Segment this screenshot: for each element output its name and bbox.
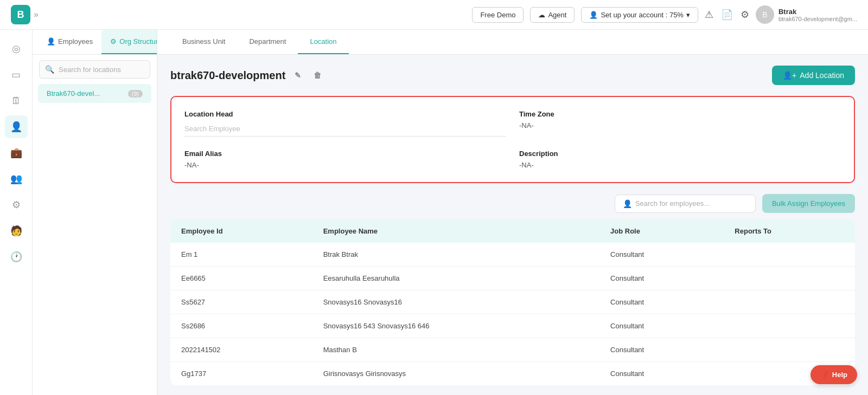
location-head-label: Location Head	[184, 110, 506, 118]
chevron-down-icon: ▾	[686, 11, 690, 19]
cell-employee-name: Btrak Btrak	[312, 243, 599, 267]
location-head-input[interactable]	[184, 121, 506, 137]
settings-icon: ⚙	[12, 199, 21, 211]
cell-employee-name: Snovasys16 Snovasys16	[312, 290, 599, 314]
sidebar-item-briefcase[interactable]: 💼	[5, 141, 28, 164]
sub-tab-business-unit[interactable]: Business Unit	[170, 30, 237, 54]
employees-header: 👤 Bulk Assign Employees	[170, 194, 855, 213]
sub-tab-bar: Business Unit Department Location	[157, 30, 868, 55]
document-icon[interactable]: 📄	[721, 9, 733, 21]
employee-search-input[interactable]	[635, 199, 748, 208]
sidebar-item-dashboard[interactable]: ◎	[5, 37, 28, 60]
cell-employee-id: Ss5627	[170, 290, 312, 314]
email-alias-group: Email Alias -NA-	[184, 150, 506, 169]
col-job-role: Job Role	[599, 219, 724, 243]
location-search-box[interactable]: 🔍	[39, 60, 150, 79]
main-layout: ◎ ▭ 🗓 👤 💼 👥 ⚙ 🧑 🕐 👤	[0, 30, 868, 395]
setup-label: Set up your account : 75%	[601, 11, 683, 19]
col-employee-id: Employee Id	[170, 219, 312, 243]
cell-job-role: Consultant	[599, 243, 724, 267]
time-zone-label: Time Zone	[519, 110, 841, 118]
cell-job-role: Consultant	[599, 267, 724, 290]
employee-search-box[interactable]: 👤	[615, 195, 756, 213]
bulk-assign-button[interactable]: Bulk Assign Employees	[762, 194, 855, 213]
cloud-icon: ☁	[538, 11, 545, 19]
location-list-item[interactable]: Btrak670-devel... (9)	[38, 84, 151, 103]
nav-chevrons: »	[34, 10, 39, 20]
table-row: Ss5627 Snovasys16 Snovasys16 Consultant	[170, 290, 855, 314]
department-label: Department	[249, 37, 286, 46]
page-title: btrak670-development ✎ 🗑	[170, 68, 324, 82]
tab-employees[interactable]: 👤 Employees	[38, 30, 101, 54]
agent-button[interactable]: ☁ Agent	[530, 7, 575, 23]
employees-table: Employee Id Employee Name Job Role Repor…	[170, 219, 855, 385]
emp-search-icon: 👤	[623, 199, 632, 208]
user-name: Btrak	[778, 8, 857, 16]
briefcase-icon: 💼	[10, 147, 22, 159]
delete-icon[interactable]: 🗑	[310, 68, 324, 82]
location-head-group: Location Head	[184, 110, 506, 137]
sidebar-item-team[interactable]: 👥	[5, 167, 28, 190]
org-tab-label: Org Structure	[119, 37, 157, 46]
main-inner: btrak670-development ✎ 🗑 👤+ Add Location…	[157, 66, 868, 395]
org-icon: ⚙	[110, 37, 117, 46]
topbar: B » Free Demo ☁ Agent 👤 Set up your acco…	[0, 0, 868, 30]
alert-icon[interactable]: ⚠	[705, 9, 713, 21]
sidebar-item-employee[interactable]: 👤	[5, 115, 28, 138]
cell-job-role: Consultant	[599, 314, 724, 338]
sidebar-item-person[interactable]: 🧑	[5, 219, 28, 242]
cell-employee-id: Ee6665	[170, 267, 312, 290]
help-label: Help	[832, 371, 847, 379]
free-demo-button[interactable]: Free Demo	[472, 7, 524, 23]
sidebar-item-calendar[interactable]: 🗓	[5, 89, 28, 112]
table-row: Em 1 Btrak Btrak Consultant	[170, 243, 855, 267]
location-badge: (9)	[128, 90, 143, 98]
location-detail-card: Location Head Time Zone -NA- Email Alias…	[170, 96, 855, 183]
cell-job-role: Consultant	[599, 362, 724, 386]
left-panel: 👤 Employees ⚙ Org Structure 👥 HR Setting…	[33, 30, 157, 395]
table-row: Ee6665 Eesaruhulla Eesaruhulla Consultan…	[170, 267, 855, 290]
sidebar-item-clock[interactable]: 🕐	[5, 245, 28, 268]
help-button[interactable]: ❓ Help	[810, 365, 857, 384]
cell-reports-to	[724, 290, 855, 314]
cell-job-role: Consultant	[599, 338, 724, 362]
main-tab-bar: 👤 Employees ⚙ Org Structure 👥 HR Setting…	[33, 30, 157, 55]
email-alias-label: Email Alias	[184, 150, 506, 158]
topbar-user[interactable]: B Btrak btrak670-development@gm...	[756, 5, 857, 24]
search-icon: 🔍	[45, 65, 54, 74]
app-logo: B	[11, 5, 30, 24]
tab-org-structure[interactable]: ⚙ Org Structure	[101, 30, 157, 54]
table-row: 2022141502 Masthan B Consultant	[170, 338, 855, 362]
table-row: Ss2686 Snovasys16 543 Snovasys16 646 Con…	[170, 314, 855, 338]
table-header: Employee Id Employee Name Job Role Repor…	[170, 219, 855, 243]
sidebar-item-settings[interactable]: ⚙	[5, 193, 28, 216]
add-location-icon: 👤+	[783, 71, 796, 80]
sidebar: ◎ ▭ 🗓 👤 💼 👥 ⚙ 🧑 🕐	[0, 30, 33, 395]
content-header: btrak670-development ✎ 🗑 👤+ Add Location	[170, 66, 855, 85]
business-unit-label: Business Unit	[182, 37, 225, 46]
cell-employee-id: Ss2686	[170, 314, 312, 338]
monitor-icon: ▭	[11, 69, 21, 81]
add-location-button[interactable]: 👤+ Add Location	[772, 66, 855, 85]
email-alias-value: -NA-	[184, 161, 506, 169]
cell-employee-id: Gg1737	[170, 362, 312, 386]
edit-icon[interactable]: ✎	[291, 68, 305, 82]
col-reports-to: Reports To	[724, 219, 855, 243]
detail-grid: Location Head Time Zone -NA- Email Alias…	[184, 110, 841, 169]
dashboard-icon: ◎	[12, 43, 21, 55]
cell-employee-name: Snovasys16 543 Snovasys16 646	[312, 314, 599, 338]
employees-table-wrap: Employee Id Employee Name Job Role Repor…	[170, 219, 855, 385]
cell-employee-name: Masthan B	[312, 338, 599, 362]
search-input[interactable]	[59, 66, 144, 74]
sub-tab-location[interactable]: Location	[298, 30, 348, 54]
cell-reports-to	[724, 243, 855, 267]
description-label: Description	[519, 150, 841, 158]
gear-icon[interactable]: ⚙	[741, 9, 749, 21]
col-employee-name: Employee Name	[312, 219, 599, 243]
topbar-icons: ⚠ 📄 ⚙	[705, 9, 749, 21]
sub-tab-department[interactable]: Department	[237, 30, 298, 54]
setup-button[interactable]: 👤 Set up your account : 75% ▾	[581, 7, 698, 23]
sidebar-item-monitor[interactable]: ▭	[5, 63, 28, 86]
cell-reports-to	[724, 338, 855, 362]
table-row: Gg1737 Girisnovasys Girisnovasys Consult…	[170, 362, 855, 386]
